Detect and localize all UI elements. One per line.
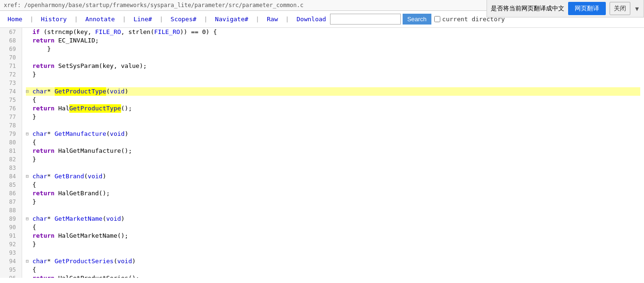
code-line: if (strncmp(key, FILE_RO, strlen(FILE_RO… — [26, 28, 640, 36]
code-token: return — [33, 104, 55, 113]
line-number: 92 — [4, 240, 18, 249]
nav-separator: | — [200, 16, 211, 23]
dropdown-icon[interactable]: ▼ — [634, 3, 640, 14]
line-number: 72 — [4, 70, 18, 79]
search-button[interactable]: Search — [403, 14, 431, 25]
nav-link-scopes[interactable]: Scopes# — [167, 14, 200, 25]
code-token: FILE_RO — [154, 28, 180, 36]
line-number: 78 — [4, 121, 18, 130]
nav-link-history[interactable]: History — [37, 14, 71, 25]
code-line: ⊟char* GetProductType(void) — [26, 87, 640, 96]
line-number: 96 — [4, 274, 18, 278]
code-token: void — [110, 87, 124, 96]
code-line: { — [26, 96, 640, 104]
translate-bar: 是否将当前网页翻译成中文 网页翻译 关闭 ▼ — [487, 0, 644, 17]
nav-separator: | — [71, 16, 82, 23]
code-line: ⊟char* GetManufacture(void) — [26, 130, 640, 138]
code-line: return HalGetBrand(); — [26, 189, 640, 198]
current-dir-checkbox[interactable] — [434, 16, 440, 22]
code-token: return — [33, 62, 55, 70]
nav-separator: | — [282, 16, 293, 23]
line-number: 73 — [4, 79, 18, 87]
code-line: { — [26, 223, 640, 232]
line-number: 80 — [4, 138, 18, 147]
code-line: return HalGetProductType(); — [26, 104, 640, 113]
code-token: void — [110, 130, 124, 138]
code-token: return — [33, 189, 55, 198]
line-numbers: 6768697071727374757677787980818283848586… — [0, 28, 22, 278]
code-token: return — [33, 147, 55, 155]
code-line: return HalGetProductSeries(); — [26, 274, 640, 278]
code-line: return SetSysParam(key, value); — [26, 62, 640, 70]
code-line: } — [26, 113, 640, 121]
code-line: } — [26, 45, 640, 53]
code-line: return HalGetManufacture(); — [26, 147, 640, 155]
line-number: 76 — [4, 104, 18, 113]
code-area: 6768697071727374757677787980818283848586… — [0, 28, 644, 278]
fold-icon[interactable]: ⊟ — [26, 257, 32, 266]
code-token: char — [33, 257, 47, 266]
fold-icon[interactable]: ⊟ — [26, 215, 32, 223]
fold-icon[interactable]: ⊟ — [26, 130, 32, 138]
nav-link-download[interactable]: Download — [293, 14, 330, 25]
code-line — [26, 79, 640, 87]
line-number: 67 — [4, 28, 18, 36]
fn-highlight-token: GetProductType — [55, 87, 107, 96]
code-token: return — [33, 232, 55, 240]
nav-link-line[interactable]: Line# — [130, 14, 156, 25]
line-number: 75 — [4, 96, 18, 104]
nav-link-home[interactable]: Home — [4, 14, 26, 25]
translate-label: 是否将当前网页翻译成中文 — [491, 4, 564, 13]
line-number: 87 — [4, 198, 18, 206]
translate-button[interactable]: 网页翻译 — [568, 2, 606, 15]
line-number: 89 — [4, 215, 18, 223]
code-token: FILE_RO — [95, 28, 121, 36]
close-button[interactable]: 关闭 — [610, 2, 630, 15]
code-line — [26, 121, 640, 130]
line-number: 83 — [4, 164, 18, 172]
code-token: if — [33, 28, 40, 36]
nav-link-navigate[interactable]: Navigate# — [211, 14, 252, 25]
code-line: { — [26, 181, 640, 189]
fold-icon[interactable]: ⊟ — [26, 172, 32, 181]
code-token: char — [33, 215, 47, 223]
line-number: 71 — [4, 62, 18, 70]
line-number: 77 — [4, 113, 18, 121]
nav-separator: | — [119, 16, 130, 23]
code-line — [26, 206, 640, 215]
line-number: 88 — [4, 206, 18, 215]
code-line — [26, 249, 640, 257]
line-number: 86 — [4, 189, 18, 198]
code-line: ⊟char* GetBrand(void) — [26, 172, 640, 181]
code-line: } — [26, 70, 640, 79]
line-number: 85 — [4, 181, 18, 189]
nav-links: Home | History | Annotate | Line# | Scop… — [4, 16, 330, 23]
line-number: 93 — [4, 249, 18, 257]
code-token: char — [33, 172, 47, 181]
code-token: char — [33, 87, 47, 96]
code-token: void — [106, 215, 121, 223]
search-input[interactable] — [330, 14, 401, 25]
code-token: GetMarketName — [55, 215, 103, 223]
line-number: 82 — [4, 155, 18, 164]
code-line: { — [26, 266, 640, 274]
code-token: GetBrand — [55, 172, 84, 181]
code-token: char — [33, 130, 47, 138]
code-token: void — [88, 172, 102, 181]
file-path: xref: /openharmony/base/startup/framewor… — [4, 2, 304, 8]
code-token: void — [117, 257, 132, 266]
nav-separator: | — [26, 16, 37, 23]
nav-link-raw[interactable]: Raw — [263, 14, 281, 25]
fold-icon[interactable]: ⊟ — [26, 87, 32, 96]
nav-separator: | — [156, 16, 166, 23]
line-number: 91 — [4, 232, 18, 240]
code-content: if (strncmp(key, FILE_RO, strlen(FILE_RO… — [22, 28, 644, 278]
line-number: 90 — [4, 223, 18, 232]
line-number: 68 — [4, 36, 18, 45]
code-token: return — [33, 274, 55, 278]
code-line: return HalGetMarketName(); — [26, 232, 640, 240]
code-line — [26, 164, 640, 172]
nav-link-annotate[interactable]: Annotate — [82, 14, 119, 25]
line-number: 94 — [4, 257, 18, 266]
line-number: 74 — [4, 87, 18, 96]
